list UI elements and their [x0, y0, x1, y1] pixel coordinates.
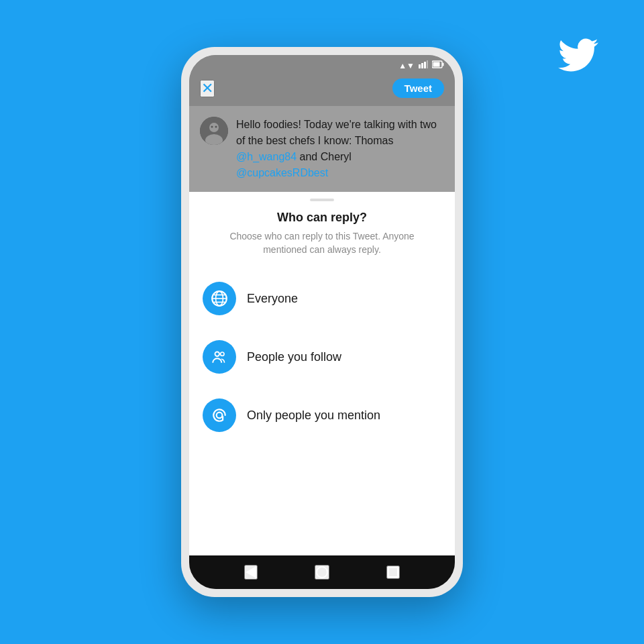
tweet-text-before: Hello foodies! Today we're talking with …	[236, 119, 437, 146]
drag-handle	[310, 199, 334, 201]
svg-point-19	[217, 413, 223, 419]
tweet-button[interactable]: Tweet	[392, 78, 444, 98]
close-button[interactable]: ✕	[200, 80, 215, 97]
avatar	[200, 117, 228, 145]
following-label: People you follow	[247, 350, 341, 364]
tweet-mention-1: @h_wang84	[236, 151, 297, 162]
everyone-label: Everyone	[247, 292, 298, 306]
battery-icon	[432, 60, 444, 70]
wifi-icon: ▲▼	[398, 61, 415, 70]
svg-point-10	[211, 126, 213, 128]
tweet-preview: Hello foodies! Today we're talking with …	[189, 106, 455, 192]
svg-rect-6	[443, 63, 444, 66]
reply-options-list: Everyone People you foll	[189, 270, 455, 445]
phone-screen: ▲▼ ✕ Tweet	[189, 55, 455, 589]
recent-square-icon	[388, 567, 398, 578]
sheet-subtitle: Choose who can reply to this Tweet. Anyo…	[189, 227, 455, 270]
mention-label: Only people you mention	[247, 409, 380, 423]
reply-option-mention[interactable]: Only people you mention	[203, 386, 441, 445]
tweet-text-content: Hello foodies! Today we're talking with …	[236, 117, 444, 181]
at-icon	[203, 398, 236, 432]
signal-icon	[419, 60, 428, 70]
svg-rect-1	[421, 63, 423, 68]
svg-point-8	[209, 123, 219, 132]
android-nav-bar	[189, 555, 455, 589]
sheet-handle	[189, 192, 455, 205]
svg-rect-0	[419, 64, 421, 68]
sheet-title: Who can reply?	[189, 205, 455, 227]
svg-rect-5	[433, 62, 440, 67]
back-arrow-icon	[246, 566, 256, 578]
reply-option-following[interactable]: People you follow	[203, 328, 441, 386]
home-circle-icon	[316, 566, 328, 578]
group-icon	[203, 340, 236, 374]
compose-top-bar: ✕ Tweet	[189, 73, 455, 106]
nav-back-button[interactable]	[244, 565, 258, 580]
svg-rect-3	[427, 60, 428, 68]
reply-option-everyone[interactable]: Everyone	[203, 270, 441, 328]
globe-icon	[203, 282, 236, 315]
reply-settings-sheet: Who can reply? Choose who can reply to t…	[189, 192, 455, 555]
nav-home-button[interactable]	[315, 565, 329, 580]
svg-point-18	[221, 352, 224, 356]
phone-device: ▲▼ ✕ Tweet	[181, 47, 463, 597]
tweet-mention-2: @cupcakesRDbest	[236, 167, 328, 178]
tweet-text-middle: and Cheryl	[297, 151, 352, 162]
nav-recent-button[interactable]	[386, 566, 400, 579]
status-bar: ▲▼	[189, 55, 455, 73]
svg-point-11	[215, 126, 217, 128]
twitter-logo	[558, 35, 598, 75]
svg-point-17	[215, 352, 220, 357]
svg-rect-2	[424, 62, 426, 68]
